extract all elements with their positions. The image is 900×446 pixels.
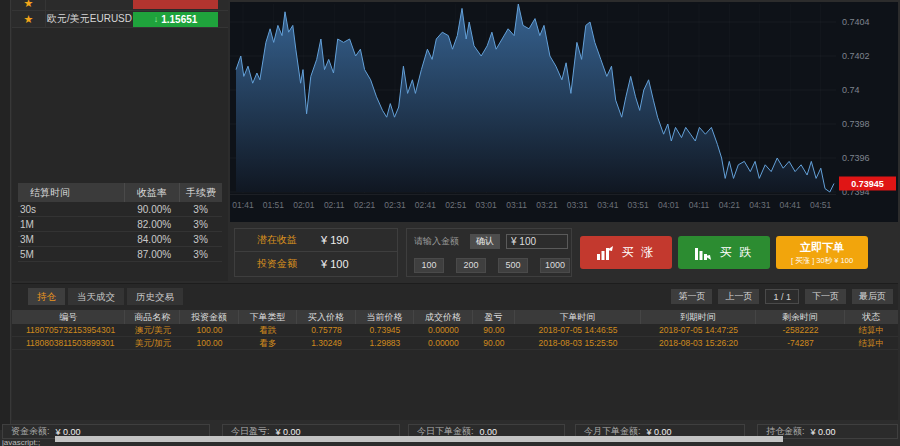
svg-text:0.74: 0.74: [842, 85, 860, 95]
invest-amount-label: 投资金额: [257, 257, 321, 271]
favorite-star-icon[interactable]: ★: [12, 0, 46, 10]
cell-remaining: -2582222: [756, 324, 845, 336]
potential-profit-value: ¥ 190: [321, 234, 349, 246]
cell-symbol: 澳元/美元: [125, 324, 180, 336]
settlement-header: 结算时间收益率手续费: [18, 183, 222, 202]
amount-input[interactable]: [506, 234, 568, 249]
cell-buy-price: 0.75778: [297, 324, 355, 336]
settlement-header-cell: 手续费: [179, 183, 222, 202]
confirm-button[interactable]: 确认: [470, 234, 500, 249]
bottom-scrollbar[interactable]: [55, 436, 783, 442]
last-page[interactable]: 最后页: [852, 289, 893, 304]
symbol-name: 欧元/美元EURUSD: [46, 12, 133, 26]
svg-text:03:51: 03:51: [628, 200, 650, 210]
svg-text:02:51: 02:51: [445, 200, 467, 210]
svg-text:0.7396: 0.7396: [842, 153, 870, 163]
potential-profit-label: 潜在收益: [257, 233, 321, 247]
quick-amount-100[interactable]: 100: [414, 258, 444, 273]
cell-current-price: 1.29883: [356, 337, 414, 349]
settlement-header-cell: 收益率: [124, 183, 179, 202]
potential-profit-row: 潜在收益 ¥ 190: [235, 229, 397, 252]
cell-profit: 90.00: [473, 337, 516, 349]
buy-up-label: 买 涨: [622, 244, 655, 261]
settlement-row[interactable]: 5M87.00%3%: [18, 247, 222, 262]
quick-amount-500[interactable]: 500: [498, 258, 528, 273]
place-order-button[interactable]: 立即下单 [ 买涨 ] 30秒 ¥ 100: [776, 236, 868, 269]
amount-placeholder-input[interactable]: [414, 236, 464, 246]
svg-text:03:11: 03:11: [506, 200, 527, 210]
svg-text:04:21: 04:21: [719, 200, 741, 210]
col-header-id: 编号: [12, 310, 125, 324]
summary-balance-value: ¥ 0.00: [56, 427, 81, 437]
price-badge: ↓ 1.15651: [133, 12, 218, 27]
svg-text:03:41: 03:41: [597, 200, 619, 210]
settlement-cell: 5M: [18, 247, 124, 261]
price-chart[interactable]: 0.74040.74020.740.73980.73960.739401:410…: [230, 2, 898, 222]
prev-page[interactable]: 上一页: [718, 289, 759, 304]
tab-holdings[interactable]: 持仓: [28, 288, 65, 305]
cell-status: 结算中: [845, 324, 898, 336]
svg-text:04:01: 04:01: [658, 200, 680, 210]
col-header-current-price: 当前价格: [356, 310, 414, 324]
summary-month-order-amount-value: ¥ 0.00: [647, 427, 672, 437]
svg-text:02:31: 02:31: [384, 200, 406, 210]
cell-id: 1180705732153954301: [12, 324, 125, 336]
col-header-profit: 盈亏: [473, 310, 516, 324]
watchlist-panel: ★ ★ 欧元/美元EURUSD ↓ 1.15651 结算时间收益率手续费30s9…: [12, 0, 228, 281]
watchlist-row-eurusd[interactable]: ★ 欧元/美元EURUSD ↓ 1.15651: [12, 11, 228, 28]
first-page[interactable]: 第一页: [671, 289, 712, 304]
cell-amount: 100.00: [180, 337, 238, 349]
col-header-expire-time: 到期时间: [641, 310, 756, 324]
settlement-cell: 30s: [18, 202, 124, 216]
favorite-star-icon[interactable]: ★: [12, 11, 46, 27]
positions-table: 编号商品名称投资金额下单类型买入价格当前价格成交价格盈亏下单时间到期时间剩余时间…: [12, 310, 898, 350]
cell-symbol: 美元/加元: [125, 337, 180, 349]
quick-amount-200[interactable]: 200: [456, 258, 486, 273]
svg-text:0.7398: 0.7398: [842, 119, 870, 129]
svg-text:01:41: 01:41: [232, 200, 254, 210]
table-row[interactable]: 1180803811503899301美元/加元100.00看多1.302491…: [12, 337, 898, 350]
pagination: 第一页上一页1 / 1下一页最后页: [671, 289, 893, 304]
svg-text:02:41: 02:41: [415, 200, 437, 210]
settlement-row[interactable]: 3M84.00%3%: [18, 232, 222, 247]
svg-text:03:01: 03:01: [476, 200, 498, 210]
col-header-remaining: 剩余时间: [756, 310, 845, 324]
svg-text:02:21: 02:21: [354, 200, 376, 210]
positions-table-body: 1180705732153954301澳元/美元100.00看跌0.757780…: [12, 324, 898, 350]
page-indicator: 1 / 1: [765, 289, 799, 304]
watchlist-row-partial[interactable]: ★: [12, 0, 228, 11]
svg-text:0.73945: 0.73945: [851, 179, 884, 189]
tab-today-deals[interactable]: 当天成交: [68, 288, 124, 305]
cell-order-time: 2018-07-05 14:46:55: [515, 324, 641, 336]
settlement-row[interactable]: 30s90.00%3%: [18, 202, 222, 217]
cell-remaining: -74287: [756, 337, 845, 349]
svg-text:0.7404: 0.7404: [842, 17, 870, 27]
table-row[interactable]: 1180705732153954301澳元/美元100.00看跌0.757780…: [12, 324, 898, 337]
cell-buy-price: 1.30249: [297, 337, 355, 349]
buy-up-button[interactable]: 买 涨: [580, 236, 672, 269]
invest-amount-row: 投资金额 ¥ 100: [235, 252, 397, 275]
buy-down-button[interactable]: 买 跌: [678, 236, 770, 269]
settlement-cell: 82.00%: [124, 217, 179, 231]
amount-box: 确认 1002005001000: [406, 228, 572, 277]
settlement-cell: 3%: [179, 247, 222, 261]
col-header-order-time: 下单时间: [515, 310, 641, 324]
svg-text:04:11: 04:11: [689, 200, 710, 210]
next-page[interactable]: 下一页: [805, 289, 846, 304]
tab-history-deals[interactable]: 历史交易: [127, 288, 183, 305]
arrow-down-icon: ↓: [154, 14, 159, 24]
svg-text:0.7402: 0.7402: [842, 51, 870, 61]
place-order-subtext: [ 买涨 ] 30秒 ¥ 100: [791, 256, 853, 266]
positions-table-header: 编号商品名称投资金额下单类型买入价格当前价格成交价格盈亏下单时间到期时间剩余时间…: [12, 310, 898, 324]
svg-text:04:51: 04:51: [810, 200, 832, 210]
invest-amount-value: ¥ 100: [321, 258, 349, 270]
settlement-cell: 3%: [179, 217, 222, 231]
svg-text:04:41: 04:41: [780, 200, 802, 210]
settlement-cell: 1M: [18, 217, 124, 231]
settlement-row[interactable]: 1M82.00%3%: [18, 217, 222, 232]
place-order-label: 立即下单: [800, 240, 844, 255]
cell-order-type: 看跌: [239, 324, 297, 336]
cell-order-type: 看多: [239, 337, 297, 349]
settlement-cell: 3%: [179, 232, 222, 246]
quick-amount-1000[interactable]: 1000: [540, 258, 570, 273]
